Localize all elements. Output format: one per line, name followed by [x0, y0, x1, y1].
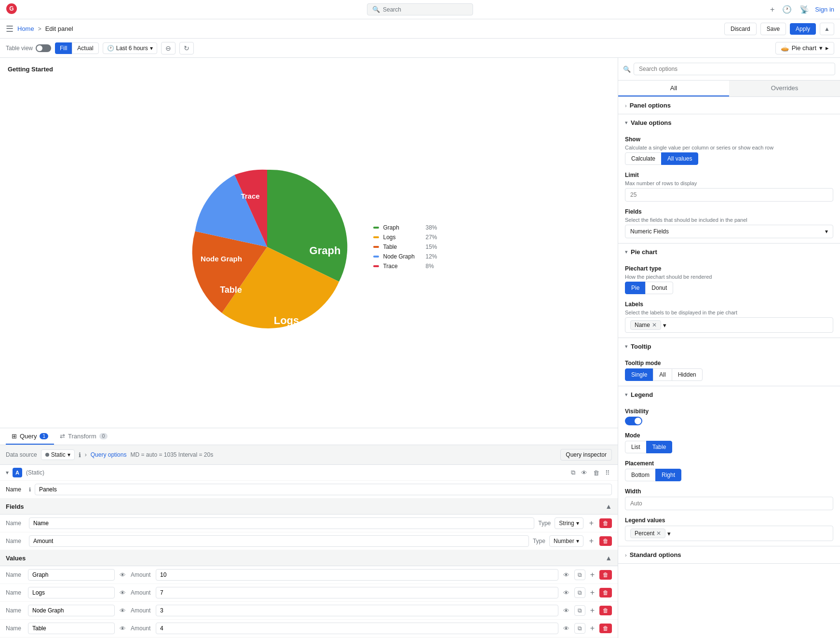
value-amount-input-nodegraph[interactable]	[156, 605, 558, 616]
value-copy-logs[interactable]: ⧉	[574, 587, 585, 598]
value-name-input-table[interactable]	[28, 623, 115, 634]
datasource-selector[interactable]: Static ▾	[41, 449, 75, 460]
value-add-graph[interactable]: +	[588, 570, 596, 580]
plus-button[interactable]: +	[768, 3, 776, 16]
legend-value-tag-remove[interactable]: ✕	[656, 530, 661, 537]
right-placement-button[interactable]: Right	[655, 469, 681, 481]
discard-button[interactable]: Discard	[724, 23, 757, 35]
value-name-input-graph[interactable]	[28, 569, 115, 581]
tab-query[interactable]: ⊞ Query 1	[6, 429, 54, 445]
standard-options-header[interactable]: › Standard options	[618, 546, 840, 563]
value-amount-input-table[interactable]	[156, 623, 558, 634]
table-mode-button[interactable]: Table	[646, 441, 673, 453]
save-button[interactable]: Save	[760, 23, 786, 35]
query-options-link[interactable]: Query options	[91, 451, 127, 458]
legend-header[interactable]: ▾ Legend	[618, 386, 840, 403]
actual-button[interactable]: Actual	[72, 42, 98, 54]
name-field-input[interactable]	[35, 484, 612, 495]
time-range-picker[interactable]: 🕐 Last 6 hours ▾	[103, 42, 157, 54]
value-amount-input-logs[interactable]	[156, 587, 558, 598]
pie-type-button[interactable]: Pie	[625, 282, 646, 294]
value-copy-nodegraph[interactable]: ⧉	[574, 605, 585, 616]
value-copy-table[interactable]: ⧉	[574, 623, 585, 634]
query-a-header: ▾ A (Static) ⧉ 👁 🗑 ⠿	[0, 465, 618, 481]
tab-transform[interactable]: ⇄ Transform 0	[54, 429, 113, 445]
search-icon: 🔍	[372, 6, 380, 13]
field-input-name[interactable]	[29, 517, 534, 529]
single-tooltip-button[interactable]: Single	[625, 368, 653, 381]
fields-toggle[interactable]: ▲	[605, 502, 612, 510]
hamburger-icon[interactable]: ☰	[6, 24, 14, 34]
collapse-button[interactable]: ▲	[820, 23, 834, 35]
value-amount-input-graph[interactable]	[156, 569, 558, 581]
panel-options-header[interactable]: › Panel options	[618, 97, 840, 114]
bell-icon[interactable]: 📡	[798, 3, 811, 16]
value-eye-button-table[interactable]: 👁	[118, 624, 128, 633]
value-add-nodegraph[interactable]: +	[588, 605, 596, 616]
query-a-drag-icon[interactable]: ⠿	[603, 468, 612, 477]
query-a-eye-icon[interactable]: 👁	[579, 468, 589, 477]
list-mode-button[interactable]: List	[625, 441, 647, 453]
viz-selector[interactable]: 🥧 Pie chart ▾ ▸	[775, 42, 834, 54]
type-select-string[interactable]: String ▾	[555, 517, 583, 529]
search-bar[interactable]: 🔍 Search	[367, 3, 473, 15]
value-amount-eye-table[interactable]: 👁	[561, 624, 571, 633]
rp-tab-overrides[interactable]: Overrides	[729, 81, 840, 96]
value-eye-button-logs[interactable]: 👁	[118, 588, 128, 597]
value-delete-nodegraph[interactable]: 🗑	[599, 606, 612, 615]
value-options-header[interactable]: ▾ Value options	[618, 114, 840, 131]
table-view-switch[interactable]	[36, 44, 51, 52]
value-name-input-logs[interactable]	[28, 587, 115, 598]
piechart-content: Piechart type How the piechart should be…	[618, 260, 840, 338]
value-copy-graph[interactable]: ⧉	[574, 570, 585, 580]
piechart-header[interactable]: ▾ Pie chart	[618, 244, 840, 260]
value-delete-graph[interactable]: 🗑	[599, 570, 612, 580]
value-delete-table[interactable]: 🗑	[599, 624, 612, 633]
add-field-button-1[interactable]: +	[587, 536, 596, 546]
tooltip-header[interactable]: ▾ Tooltip	[618, 338, 840, 355]
value-name-input-nodegraph[interactable]	[28, 605, 115, 616]
value-eye-button-nodegraph[interactable]: 👁	[118, 606, 128, 615]
visibility-toggle[interactable]	[625, 417, 642, 425]
all-tooltip-button[interactable]: All	[653, 368, 672, 381]
delete-field-button-1[interactable]: 🗑	[599, 536, 612, 546]
zoom-out-button[interactable]: ⊖	[161, 42, 176, 54]
query-a-delete-icon[interactable]: 🗑	[591, 468, 601, 477]
values-toggle[interactable]: ▲	[605, 554, 612, 562]
value-eye-button-graph[interactable]: 👁	[118, 570, 128, 580]
apply-button[interactable]: Apply	[790, 23, 816, 35]
fields-select[interactable]: Numeric Fields ▾	[625, 225, 833, 238]
donut-type-button[interactable]: Donut	[645, 282, 673, 294]
query-inspector-button[interactable]: Query inspector	[560, 449, 612, 461]
table-view-toggle[interactable]: Table view	[6, 44, 51, 52]
value-amount-eye-logs[interactable]: 👁	[561, 588, 571, 597]
query-a-toggle[interactable]: ▾	[6, 469, 9, 476]
all-values-button[interactable]: All values	[661, 152, 698, 165]
calculate-button[interactable]: Calculate	[625, 152, 662, 165]
width-input[interactable]	[625, 497, 833, 510]
query-a-copy-icon[interactable]: ⧉	[569, 468, 577, 477]
type-select-number[interactable]: Number ▾	[549, 535, 583, 547]
field-input-amount[interactable]	[29, 535, 529, 547]
value-delete-logs[interactable]: 🗑	[599, 588, 612, 597]
fill-button[interactable]: Fill	[55, 42, 72, 54]
delete-field-button-0[interactable]: 🗑	[599, 518, 612, 528]
add-field-button-0[interactable]: +	[587, 518, 596, 529]
clock-icon[interactable]: 🕐	[780, 3, 794, 16]
refresh-button[interactable]: ↻	[179, 42, 194, 54]
hidden-tooltip-button[interactable]: Hidden	[672, 368, 703, 381]
value-add-logs[interactable]: +	[588, 587, 596, 598]
limit-input[interactable]	[625, 188, 833, 202]
name-field-label: Name	[6, 486, 25, 493]
label-tag-remove[interactable]: ✕	[652, 322, 657, 328]
value-amount-eye-graph[interactable]: 👁	[561, 570, 571, 580]
legend-values-select[interactable]: Percent ✕ ▾	[625, 526, 833, 541]
labels-select[interactable]: Name ✕ ▾	[625, 317, 833, 333]
bottom-placement-button[interactable]: Bottom	[625, 469, 656, 481]
breadcrumb-home[interactable]: Home	[17, 25, 34, 32]
rp-tab-all[interactable]: All	[618, 81, 729, 96]
value-add-table[interactable]: +	[588, 623, 596, 634]
sign-in-link[interactable]: Sign in	[815, 6, 834, 13]
value-amount-eye-nodegraph[interactable]: 👁	[561, 606, 571, 615]
rp-search-input[interactable]	[634, 63, 835, 75]
